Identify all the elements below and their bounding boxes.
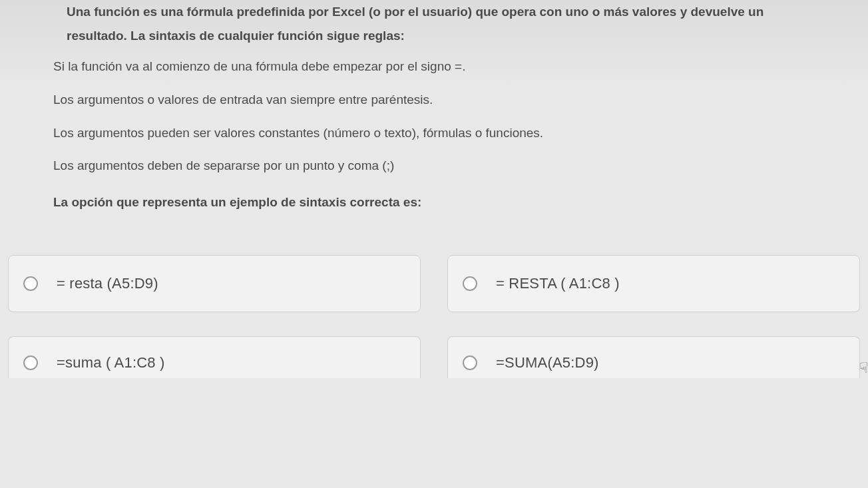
radio-icon[interactable] <box>463 356 477 370</box>
option-a-label: = resta (A5:D9) <box>57 275 158 292</box>
question-prompt: La opción que representa un ejemplo de s… <box>13 190 855 215</box>
radio-icon[interactable] <box>23 276 38 291</box>
rule-3: Los argumentos pueden ser valores consta… <box>13 119 855 148</box>
question-body: Una función es una fórmula predefinida p… <box>0 0 868 215</box>
radio-icon[interactable] <box>463 276 477 291</box>
option-c[interactable]: =suma ( A1:C8 ) <box>8 336 421 378</box>
option-c-label: =suma ( A1:C8 ) <box>57 354 165 371</box>
rule-1: Si la función va al comienzo de una fórm… <box>13 52 855 81</box>
question-intro: Una función es una fórmula predefinida p… <box>13 0 855 48</box>
cursor-icon: ☟ <box>859 360 868 377</box>
rule-2: Los argumentos o valores de entrada van … <box>13 85 855 115</box>
radio-icon[interactable] <box>23 356 38 370</box>
option-b[interactable]: = RESTA ( A1:C8 ) <box>447 255 860 312</box>
options-grid: = resta (A5:D9) = RESTA ( A1:C8 ) =suma … <box>0 255 868 391</box>
option-b-label: = RESTA ( A1:C8 ) <box>496 275 620 292</box>
option-a[interactable]: = resta (A5:D9) <box>8 255 421 312</box>
option-d-label: =SUMA(A5:D9) <box>496 354 599 371</box>
rule-4: Los argumentos deben de separarse por un… <box>13 151 855 180</box>
option-d[interactable]: =SUMA(A5:D9) <box>447 336 860 378</box>
